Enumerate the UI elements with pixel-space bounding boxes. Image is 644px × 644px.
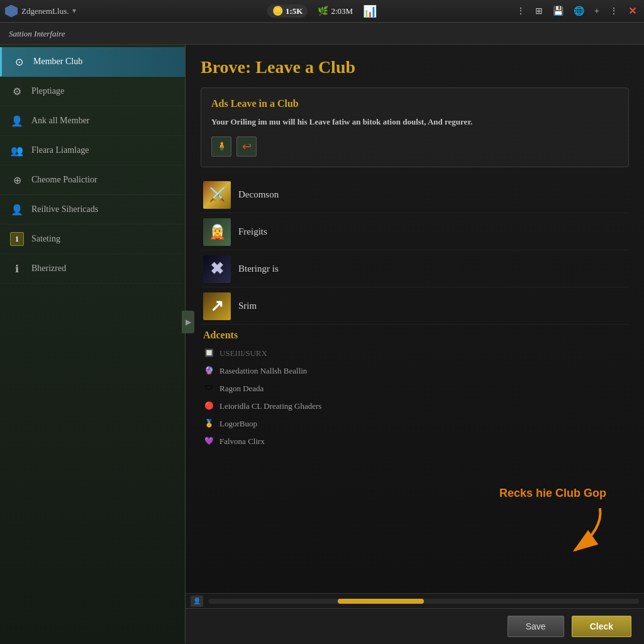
time-value: 2:03M [331, 6, 353, 16]
member-name-1: Freigits [238, 226, 267, 237]
sidebar-icon-reiltive-sihericads: 👤 [9, 201, 25, 218]
adcent-icon-1: 🔮 [203, 365, 214, 377]
coin-amount: 1:5K [286, 6, 303, 16]
add-member-icon-button[interactable]: 🧍 [211, 136, 231, 157]
grid-icon[interactable]: ⊞ [533, 4, 545, 18]
sidebar-item-reiltive-sihericads[interactable]: 👤Reiltive Sihericads [0, 195, 185, 225]
sidebar: ⊙Member Club⚙Pleptiage👤Ank all Member👥Fl… [0, 45, 186, 643]
adcent-icon-2: 🛡 [203, 383, 214, 394]
sidebar-label-cheome-poalictior: Cheome Poalictior [31, 175, 97, 185]
plus-icon[interactable]: + [592, 5, 602, 18]
sidebar-icon-fleara-liamlage: 👥 [9, 142, 25, 158]
adcent-row-5[interactable]: 💜Falvona Clirx [201, 434, 629, 449]
adcent-row-4[interactable]: 🏅LogorBuop [201, 416, 629, 431]
adcent-name-5: Falvona Clirx [219, 436, 265, 447]
adcent-icon-5: 💜 [203, 436, 214, 447]
main-layout: ⊙Member Club⚙Pleptiage👤Ank all Member👥Fl… [0, 45, 644, 643]
sidebar-label-ank-all-member: Ank all Member [31, 116, 90, 126]
sidebar-label-sateting: Sateting [31, 234, 60, 244]
timer-icon: 🌿 [318, 6, 328, 16]
window-title: ZdgenemLlus. [21, 6, 69, 16]
title-bar-left: ZdgenemLlus. ▾ [5, 5, 76, 18]
scroll-bar-area: 👤 [186, 593, 644, 608]
dropdown-arrow-icon[interactable]: ▾ [72, 6, 76, 16]
adcent-icon-0: 🔲 [203, 348, 214, 359]
member-avatar-2: ✖ [203, 255, 231, 283]
adcents-list: 🔲USEIII/SURX🔮Rasedattion Nallsh Beallin🛡… [201, 346, 629, 449]
member-avatar-0: ⚔️ [203, 181, 231, 209]
member-avatar-1: 🧝 [203, 218, 231, 246]
subtitle-bar: Sattion Interfaire [0, 23, 644, 45]
save-button[interactable]: Save [508, 616, 564, 637]
member-row-2[interactable]: ✖Bteringr is [201, 252, 629, 287]
adcent-name-2: Ragon Deada [219, 384, 264, 394]
cleck-button[interactable]: Cleck [572, 616, 631, 637]
member-avatar-3: ↗ [203, 292, 231, 320]
menu-dots-icon[interactable]: ⋮ [514, 4, 528, 18]
adcent-row-1[interactable]: 🔮Rasedattion Nallsh Beallin [201, 364, 629, 379]
sidebar-icon-ank-all-member: 👤 [9, 113, 25, 129]
member-row-0[interactable]: ⚔️Decomson [201, 177, 629, 213]
sidebar-icon-member-club: ⊙ [11, 53, 27, 70]
content-scroll[interactable]: Brove: Leave a Club Ads Leave in a Club … [186, 45, 644, 593]
page-title: Brove: Leave a Club [201, 57, 629, 77]
shield-icon [5, 5, 18, 18]
sidebar-collapse-button[interactable]: ▶ [182, 311, 194, 333]
section-desc: Your Oriling im mu will his Leave fatiw … [211, 116, 618, 129]
undo-icon-button[interactable]: ↩ [236, 136, 257, 157]
sidebar-label-pleptiage: Pleptiage [31, 86, 64, 96]
coin-icon: 🪙 [272, 6, 283, 16]
close-button[interactable]: ✕ [626, 4, 639, 18]
save-icon[interactable]: 💾 [550, 4, 566, 18]
member-name-0: Decomson [238, 189, 279, 200]
sidebar-icon-sateting: 1 [9, 231, 25, 247]
adcent-name-4: LogorBuop [219, 419, 257, 429]
action-icons: 🧍 ↩ [211, 136, 618, 157]
bottom-bar: Save Cleck [186, 608, 644, 643]
scroll-bar-track[interactable] [208, 599, 639, 604]
sidebar-item-ank-all-member[interactable]: 👤Ank all Member [0, 106, 185, 136]
member-list: ⚔️Decomson🧝Freigits✖Bteringr is↗Srim [201, 177, 629, 325]
scroll-bar-thumb [338, 599, 424, 604]
scroll-left-icon[interactable]: 👤 [191, 596, 203, 607]
sidebar-item-member-club[interactable]: ⊙Member Club [0, 47, 185, 77]
member-name-2: Bteringr is [238, 264, 279, 274]
title-bar: ZdgenemLlus. ▾ 🪙 1:5K 🌿 2:03M 📊 ⋮ ⊞ 💾 🌐 … [0, 0, 644, 23]
sidebar-item-sateting[interactable]: 1Sateting [0, 225, 185, 254]
sidebar-label-bherizred: Bherizred [31, 264, 66, 274]
chart-icon[interactable]: 📊 [363, 4, 377, 18]
sidebar-icon-bherizred: ℹ [9, 260, 25, 277]
adcent-row-3[interactable]: 🔴Leioridla CL Dreating Ghaders [201, 399, 629, 414]
adcent-row-0[interactable]: 🔲USEIII/SURX [201, 346, 629, 361]
adcent-name-3: Leioridla CL Dreating Ghaders [219, 401, 321, 411]
coin-display: 🪙 1:5K [267, 4, 308, 18]
adcent-name-1: Rasedattion Nallsh Beallin [219, 366, 307, 376]
sidebar-label-reiltive-sihericads: Reiltive Sihericads [31, 204, 98, 214]
adcent-icon-4: 🏅 [203, 418, 214, 430]
section-box: Ads Leave in a Club Your Oriling im mu w… [201, 87, 629, 167]
adcents-title: Adcents [203, 330, 629, 341]
sidebar-item-fleara-liamlage[interactable]: 👥Fleara Liamlage [0, 136, 185, 165]
member-row-3[interactable]: ↗Srim [201, 289, 629, 325]
globe-icon[interactable]: 🌐 [571, 4, 587, 18]
adcent-icon-3: 🔴 [203, 401, 214, 412]
member-name-3: Srim [238, 301, 257, 311]
sidebar-icon-pleptiage: ⚙ [9, 83, 25, 99]
adcent-row-2[interactable]: 🛡Ragon Deada [201, 381, 629, 396]
title-bar-center: 🪙 1:5K 🌿 2:03M 📊 [267, 4, 377, 18]
sidebar-item-bherizred[interactable]: ℹBherizred [0, 254, 185, 284]
sidebar-label-member-club: Member Club [33, 57, 82, 67]
sidebar-icon-cheome-poalictior: ⊕ [9, 172, 25, 188]
subtitle-text: Sattion Interfaire [9, 29, 65, 38]
sidebar-item-pleptiage[interactable]: ⚙Pleptiage [0, 77, 185, 106]
section-title: Ads Leave in a Club [211, 98, 618, 109]
time-display: 🌿 2:03M [318, 6, 353, 16]
sidebar-item-cheome-poalictior[interactable]: ⊕Cheome Poalictior [0, 165, 185, 195]
adcent-name-0: USEIII/SURX [219, 348, 267, 358]
title-bar-right: ⋮ ⊞ 💾 🌐 + ⋮ ✕ [514, 4, 639, 18]
more-icon[interactable]: ⋮ [607, 4, 621, 18]
content-area: Brove: Leave a Club Ads Leave in a Club … [186, 45, 644, 643]
member-row-1[interactable]: 🧝Freigits [201, 214, 629, 250]
sidebar-label-fleara-liamlage: Fleara Liamlage [31, 145, 89, 155]
